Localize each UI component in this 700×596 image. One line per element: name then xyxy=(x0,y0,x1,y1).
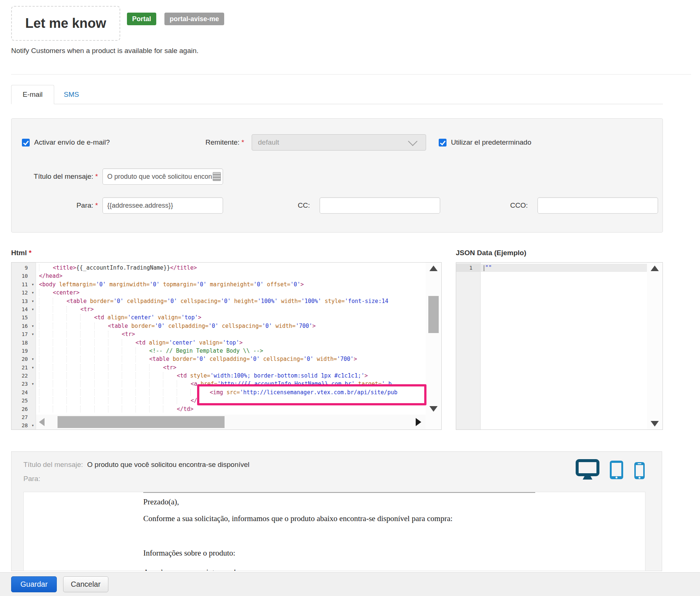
email-preview-frame: Prezado(a), Conforme a sua solicitação, … xyxy=(23,492,645,571)
line-number: 19 xyxy=(12,347,36,355)
code-line: 21▾ <tr> xyxy=(12,363,441,372)
line-number: 25 xyxy=(12,396,36,405)
subject-input[interactable] xyxy=(102,168,223,185)
email-info-heading: Informações sobre o produto: xyxy=(143,549,535,558)
action-bar: Guardar Cancelar xyxy=(0,572,700,596)
cc-input[interactable] xyxy=(320,197,440,214)
enable-email-label: Activar envío de e-mail? xyxy=(34,138,110,146)
fold-arrow-icon[interactable]: ▾ xyxy=(32,289,34,297)
html-editor-hscrollbar[interactable] xyxy=(36,415,426,429)
line-number: 10 xyxy=(12,272,36,280)
line-number: 12▾ xyxy=(12,289,36,297)
page: Let me know Portal portal-avise-me Notif… xyxy=(0,0,700,596)
channel-tabbar: E-mail SMS xyxy=(11,85,663,104)
code-line: 20▾ <table border='0' cellpadding='0' ce… xyxy=(12,355,441,363)
to-input[interactable] xyxy=(102,197,223,214)
code-line: 18 <td align='center' valign='top'> xyxy=(12,339,441,347)
preview-subject-value: O produto que você solicitou encontra-se… xyxy=(87,461,249,468)
sender-select[interactable]: default xyxy=(252,134,426,151)
preview-to-label: Para: xyxy=(23,475,40,483)
line-number: 22 xyxy=(12,372,36,380)
tab-sms[interactable]: SMS xyxy=(54,85,89,104)
email-greeting: Prezado(a), xyxy=(143,497,535,507)
code-line: 14▾ <tr> xyxy=(12,305,441,313)
device-phone-button[interactable] xyxy=(634,461,645,480)
code-line: 1"" xyxy=(456,264,663,272)
code-line: 10</head> xyxy=(12,272,441,280)
html-editor-vscrollbar[interactable] xyxy=(426,263,441,429)
preview-to-row: Para: xyxy=(23,475,662,483)
device-desktop-button[interactable] xyxy=(576,459,599,480)
line-number: 15 xyxy=(12,313,36,322)
preview-panel: Preview Título del mensaje: O produto qu… xyxy=(11,451,662,571)
fold-arrow-icon[interactable]: ▾ xyxy=(32,363,34,372)
fold-arrow-icon[interactable]: ▾ xyxy=(32,355,34,363)
line-number: 9 xyxy=(12,264,36,272)
code-line: 19 <!-- // Begin Template Body \\ --> xyxy=(12,347,441,355)
highlight-annotation-box: <img src='http://licensemanager.vtex.com… xyxy=(197,384,426,405)
line-number: 1 xyxy=(456,264,481,272)
html-editor-label: Html * xyxy=(11,249,442,257)
preview-header: Título del mensaje: O produto que você s… xyxy=(12,452,662,571)
chevron-down-icon xyxy=(408,136,417,146)
device-tablet-button[interactable] xyxy=(609,460,624,480)
line-number: 11▾ xyxy=(12,280,36,289)
code-line: 15 <td align='center' valign='top'> xyxy=(12,313,441,322)
scroll-left-arrow-icon[interactable] xyxy=(39,418,45,426)
json-editor-vscrollbar[interactable] xyxy=(647,263,663,429)
fold-arrow-icon[interactable]: ▾ xyxy=(32,322,34,330)
line-number: 17▾ xyxy=(12,330,36,338)
scroll-up-arrow-icon[interactable] xyxy=(651,266,659,271)
scroll-down-arrow-icon[interactable] xyxy=(651,421,659,427)
page-title: Let me know xyxy=(25,16,106,31)
json-editor-label: JSON Data (Ejemplo) xyxy=(456,249,663,257)
code-line: 9 <title>{{_accountInfo.TradingName}}</t… xyxy=(12,264,441,272)
code-line: 13▾ <table border='0' cellpadding='0' ce… xyxy=(12,297,441,305)
html-code-editor[interactable]: 9 <title>{{_accountInfo.TradingName}}</t… xyxy=(11,262,442,430)
json-editor-gutter xyxy=(456,263,481,429)
preview-tab[interactable]: Preview xyxy=(617,451,662,452)
email-preview-content: Prezado(a), Conforme a sua solicitação, … xyxy=(143,492,535,571)
status-badge-portal: Portal xyxy=(127,13,156,25)
html-editor-hscroll-thumb[interactable] xyxy=(58,416,225,428)
html-editor-vscroll-thumb[interactable] xyxy=(428,296,439,333)
status-badge-template-id: portal-avise-me xyxy=(164,13,224,25)
scroll-up-arrow-icon[interactable] xyxy=(429,266,438,271)
line-number: 24 xyxy=(12,388,36,396)
fold-arrow-icon[interactable]: ▾ xyxy=(32,305,34,313)
json-data-editor[interactable]: 1"" xyxy=(456,262,663,430)
line-number: 23▾ xyxy=(12,380,36,388)
enable-email-checkbox-group: Activar envío de e-mail? xyxy=(12,138,200,146)
input-overlay-icon xyxy=(213,172,221,181)
use-default-checkbox-group: Utilizar el predeterminado xyxy=(439,138,531,146)
save-button[interactable]: Guardar xyxy=(11,576,57,592)
mobile-phone-icon xyxy=(634,475,645,481)
code-line: 11▾<body leftmargin='0' marginwidth='0' … xyxy=(12,280,441,289)
fold-arrow-icon[interactable]: ▾ xyxy=(32,380,34,388)
scroll-down-arrow-icon[interactable] xyxy=(429,406,438,412)
desktop-monitor-icon xyxy=(576,475,599,481)
sender-selected-value: default xyxy=(258,138,279,146)
code-line: 12▾ <center> xyxy=(12,289,441,297)
line-number: 16▾ xyxy=(12,322,36,330)
preview-device-switcher xyxy=(576,459,645,480)
cco-input[interactable] xyxy=(537,197,658,214)
tab-email[interactable]: E-mail xyxy=(11,85,54,104)
header: Let me know Portal portal-avise-me xyxy=(11,0,700,41)
code-line: 22 <td style='width:100%; border-bottom:… xyxy=(12,372,441,380)
scroll-right-arrow-icon[interactable] xyxy=(416,418,421,426)
fold-arrow-icon[interactable]: ▾ xyxy=(32,421,34,429)
code-line: 17▾ <tr> xyxy=(12,330,441,338)
fold-arrow-icon[interactable]: ▾ xyxy=(32,297,34,305)
email-closing: Agradecemos o seu interesse! xyxy=(143,568,535,571)
fold-arrow-icon[interactable]: ▾ xyxy=(32,280,34,289)
line-number: 28▾ xyxy=(12,421,36,429)
use-default-checkbox[interactable] xyxy=(439,139,447,146)
line-number: 26 xyxy=(12,405,36,413)
enable-email-checkbox[interactable] xyxy=(22,139,30,146)
line-number: 21▾ xyxy=(12,363,36,372)
cc-label: CC: xyxy=(223,201,320,210)
cancel-button[interactable]: Cancelar xyxy=(63,576,108,592)
badges: Portal portal-avise-me xyxy=(127,13,224,25)
fold-arrow-icon[interactable]: ▾ xyxy=(32,330,34,338)
